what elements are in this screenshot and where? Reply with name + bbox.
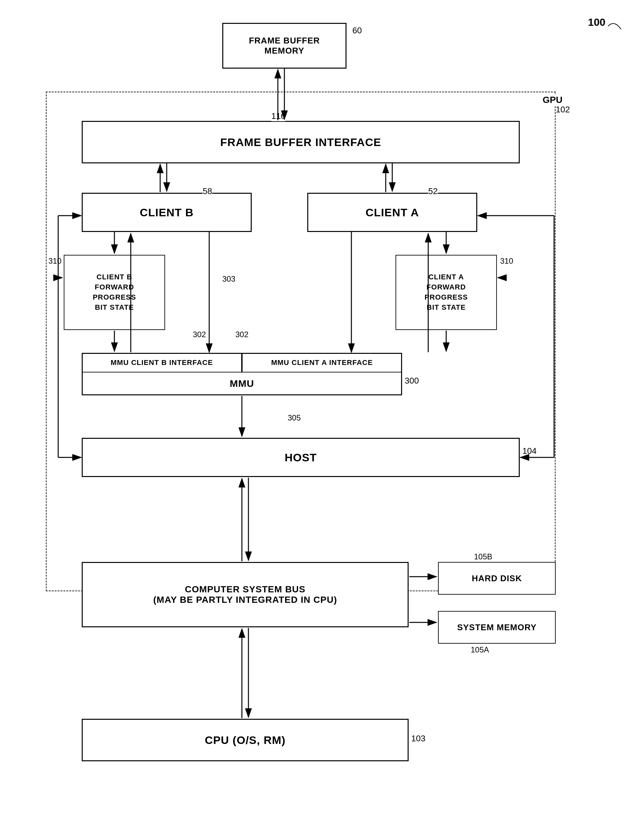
system-memory-box: SYSTEM MEMORY [438, 611, 556, 644]
ref-100: 100 [588, 16, 605, 28]
frame-buffer-memory-label: FRAME BUFFER MEMORY [249, 36, 320, 56]
gpu-dashed-box [46, 91, 556, 591]
cpu-box: CPU (O/S, RM) [82, 719, 409, 761]
computer-system-bus-box: COMPUTER SYSTEM BUS (MAY BE PARTLY INTEG… [82, 562, 409, 627]
ref-60: 60 [352, 25, 362, 36]
host-box: HOST [82, 438, 520, 477]
hard-disk-label: HARD DISK [472, 573, 522, 584]
client-b-forward-label: CLIENT B FORWARD PROGRESS BIT STATE [93, 272, 136, 312]
ref-303: 303 [222, 274, 235, 284]
ref-105a: 105A [471, 645, 489, 654]
client-a-forward-box: CLIENT A FORWARD PROGRESS BIT STATE [395, 255, 497, 330]
ref-116: 116 [271, 111, 285, 121]
ref-104: 104 [522, 446, 536, 456]
computer-system-bus-label: COMPUTER SYSTEM BUS (MAY BE PARTLY INTEG… [153, 584, 337, 605]
ref-103: 103 [411, 733, 425, 744]
diagram-container: 100 FRAME BUFFER MEMORY 60 GPU 102 FRAME… [0, 0, 625, 840]
client-a-forward-label: CLIENT A FORWARD PROGRESS BIT STATE [424, 272, 468, 312]
gpu-label: GPU [543, 95, 563, 105]
ref-302-right: 302 [235, 330, 249, 339]
hard-disk-box: HARD DISK [438, 562, 556, 595]
ref-105b: 105B [474, 552, 492, 561]
host-label: HOST [285, 451, 317, 464]
frame-buffer-interface-label: FRAME BUFFER INTERFACE [220, 136, 381, 149]
ref-310-right: 310 [500, 256, 513, 266]
ref-102: 102 [556, 105, 570, 115]
ref-300: 300 [405, 376, 419, 386]
ref-305: 305 [288, 413, 301, 422]
system-memory-label: SYSTEM MEMORY [457, 622, 536, 632]
mmu-outer-box [82, 353, 402, 395]
cpu-label: CPU (O/S, RM) [205, 734, 285, 747]
client-b-forward-box: CLIENT B FORWARD PROGRESS BIT STATE [64, 255, 165, 330]
ref-58: 58 [203, 186, 212, 196]
client-b-box: CLIENT B [82, 193, 252, 232]
client-a-box: CLIENT A [307, 193, 477, 232]
ref-310-left: 310 [48, 256, 61, 266]
frame-buffer-memory-box: FRAME BUFFER MEMORY [222, 23, 347, 68]
frame-buffer-interface-box: FRAME BUFFER INTERFACE [82, 121, 520, 163]
client-b-label: CLIENT B [140, 206, 194, 219]
ref-302-left: 302 [193, 330, 206, 339]
client-a-label: CLIENT A [365, 206, 419, 219]
ref-52: 52 [428, 186, 438, 196]
